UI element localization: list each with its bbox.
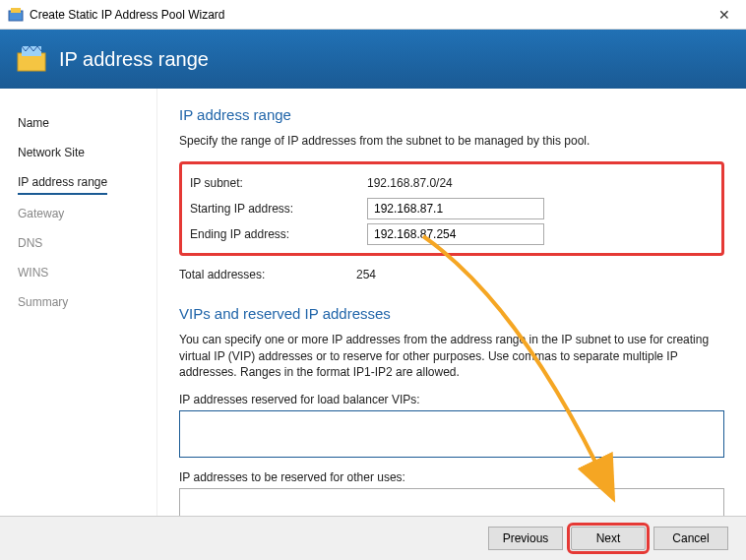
sidebar-item-name[interactable]: Name [18, 108, 156, 138]
cancel-button[interactable]: Cancel [653, 527, 728, 550]
wizard-icon [16, 43, 47, 75]
ending-ip-input[interactable] [367, 223, 544, 245]
vips-textarea[interactable] [179, 410, 724, 458]
svg-rect-1 [11, 8, 21, 13]
sidebar-item-dns[interactable]: DNS [18, 228, 156, 258]
total-addresses-value: 254 [356, 268, 376, 281]
sidebar-item-summary[interactable]: Summary [18, 287, 156, 317]
ip-subnet-label: IP subnet: [190, 176, 367, 190]
section-heading-vips: VIPs and reserved IP addresses [179, 305, 724, 322]
ending-ip-label: Ending IP address: [190, 227, 367, 241]
ip-subnet-value: 192.168.87.0/24 [367, 176, 453, 190]
wizard-steps-sidebar: Name Network Site IP address range Gatew… [0, 89, 157, 516]
sidebar-item-network-site[interactable]: Network Site [18, 138, 156, 167]
title-bar: Create Static IP Address Pool Wizard ✕ [0, 0, 746, 30]
close-icon[interactable]: ✕ [711, 3, 738, 27]
range-description: Specify the range of IP addresses from t… [179, 133, 724, 150]
starting-ip-input[interactable] [367, 198, 544, 219]
total-addresses-label: Total addresses: [179, 268, 356, 281]
wizard-footer: Previous Next Cancel [0, 516, 746, 560]
sidebar-item-wins[interactable]: WINS [18, 258, 156, 287]
window-title: Create Static IP Address Pool Wizard [30, 8, 711, 22]
section-heading-range: IP address range [179, 106, 724, 123]
sidebar-item-gateway[interactable]: Gateway [18, 199, 156, 228]
app-icon [8, 7, 24, 23]
other-reserved-label: IP addresses to be reserved for other us… [179, 470, 724, 484]
previous-button[interactable]: Previous [488, 527, 563, 550]
starting-ip-label: Starting IP address: [190, 202, 367, 216]
sidebar-item-ip-address-range[interactable]: IP address range [18, 167, 107, 195]
highlight-annotation-box: IP subnet: 192.168.87.0/24 Starting IP a… [179, 161, 724, 256]
banner-title: IP address range [59, 48, 209, 71]
vips-field-label: IP addresses reserved for load balancer … [179, 393, 724, 406]
next-button[interactable]: Next [571, 527, 646, 550]
banner: IP address range [0, 30, 746, 89]
main-panel: IP address range Specify the range of IP… [157, 89, 746, 516]
vips-description: You can specify one or more IP addresses… [179, 332, 724, 381]
